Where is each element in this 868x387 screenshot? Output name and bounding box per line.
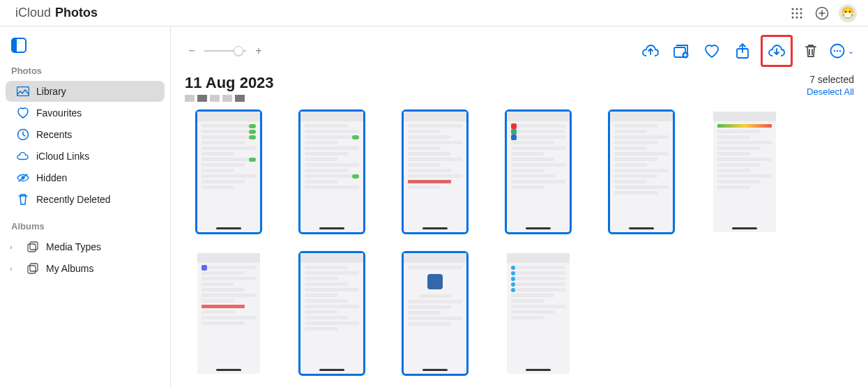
app-title: iCloud Photos — [11, 6, 98, 20]
clock-icon — [17, 128, 29, 141]
toggle-sidebar-icon[interactable] — [11, 38, 26, 53]
sidebar: Photos Library Favourites Recents iCloud… — [0, 26, 171, 387]
avatar-emoji: 😷 — [841, 6, 855, 20]
breadcrumb[interactable] — [185, 95, 274, 102]
upload-cloud-icon[interactable] — [638, 38, 663, 63]
sidebar-item-library[interactable]: Library — [6, 81, 165, 102]
photo-thumbnail[interactable] — [197, 253, 260, 374]
photo-thumbnail[interactable] — [507, 112, 570, 232]
cloud-link-icon — [17, 150, 29, 162]
svg-point-1 — [796, 8, 798, 10]
selected-count: 7 selected — [807, 74, 854, 85]
sidebar-item-icloud-links[interactable]: iCloud Links — [6, 146, 165, 167]
photo-thumbnail[interactable] — [507, 253, 570, 374]
sidebar-item-recents[interactable]: Recents — [6, 124, 165, 145]
svg-point-3 — [792, 12, 794, 14]
svg-rect-14 — [30, 242, 38, 250]
svg-rect-10 — [17, 87, 29, 96]
toolbar: − + ⌄ — [171, 26, 868, 71]
svg-point-0 — [792, 8, 794, 10]
svg-point-4 — [796, 12, 798, 14]
section-header-albums: Albums — [0, 218, 170, 236]
heart-icon — [17, 107, 29, 119]
svg-point-6 — [792, 16, 794, 18]
svg-point-5 — [800, 12, 802, 14]
photo-thumbnail[interactable] — [610, 112, 673, 232]
stack-icon — [26, 241, 39, 253]
sidebar-item-label: iCloud Links — [36, 151, 89, 162]
sidebar-item-label: Favourites — [36, 107, 82, 119]
add-circle-icon[interactable] — [812, 3, 832, 23]
photo-thumbnail[interactable] — [300, 253, 363, 374]
sidebar-item-label: Library — [36, 86, 66, 97]
download-highlight — [761, 35, 793, 67]
sidebar-item-media-types[interactable]: › Media Types — [6, 236, 165, 257]
download-cloud-icon[interactable] — [764, 38, 789, 63]
breadcrumb-level[interactable] — [185, 95, 195, 102]
deselect-all-button[interactable]: Deselect All — [807, 86, 854, 97]
breadcrumb-level[interactable] — [222, 95, 232, 102]
photo-thumbnail[interactable] — [197, 112, 260, 232]
svg-rect-16 — [30, 264, 38, 271]
svg-point-2 — [800, 8, 802, 10]
svg-point-7 — [796, 16, 798, 18]
share-icon[interactable] — [730, 38, 755, 63]
sidebar-item-recently-deleted[interactable]: Recently Deleted — [6, 189, 165, 210]
content-area: − + ⌄ 11 Aug 2023 — [171, 26, 868, 387]
breadcrumb-level[interactable] — [210, 95, 220, 102]
sidebar-item-label: My Albums — [46, 263, 93, 274]
sidebar-item-label: Media Types — [46, 241, 101, 252]
photo-grid — [171, 106, 868, 387]
chevron-down-icon: ⌄ — [848, 47, 854, 56]
sidebar-item-my-albums[interactable]: › My Albums — [6, 258, 165, 279]
photo-thumbnail[interactable] — [713, 112, 776, 232]
sidebar-item-label: Recently Deleted — [36, 194, 111, 205]
svg-point-8 — [800, 16, 802, 18]
photo-thumbnail[interactable] — [300, 112, 363, 232]
svg-rect-13 — [28, 244, 36, 252]
svg-point-22 — [836, 50, 837, 52]
avatar-icon[interactable]: 😷 — [839, 4, 857, 22]
top-bar: iCloud Photos 😷 — [0, 0, 868, 26]
product-name: Photos — [55, 6, 98, 20]
sidebar-item-hidden[interactable]: Hidden — [6, 167, 165, 188]
section-header-photos: Photos — [0, 63, 170, 80]
svg-point-21 — [833, 50, 835, 52]
eye-slash-icon — [17, 172, 29, 184]
stack-icon — [26, 262, 39, 275]
ellipsis-circle-icon[interactable]: ⌄ — [829, 38, 854, 63]
svg-point-23 — [839, 50, 840, 52]
sidebar-item-label: Hidden — [36, 172, 67, 183]
trash-action-icon[interactable] — [798, 38, 823, 63]
add-to-album-icon[interactable] — [669, 38, 694, 63]
photo-thumbnail[interactable] — [404, 112, 466, 232]
subheader: 11 Aug 2023 7 selected Deselect All — [171, 71, 868, 106]
sidebar-item-favourites[interactable]: Favourites — [6, 103, 165, 123]
photo-thumbnail[interactable] — [404, 253, 466, 374]
zoom-in-button[interactable]: + — [252, 44, 266, 58]
sidebar-item-label: Recents — [36, 129, 72, 140]
zoom-slider[interactable] — [204, 50, 246, 52]
photos-icon — [17, 85, 29, 98]
breadcrumb-level[interactable] — [235, 95, 245, 102]
svg-rect-15 — [28, 266, 36, 273]
breadcrumb-level[interactable] — [197, 95, 207, 102]
heart-outline-icon[interactable] — [699, 38, 724, 63]
brand-name: iCloud — [15, 6, 51, 20]
chevron-right-icon: › — [10, 264, 20, 273]
trash-icon — [17, 193, 29, 206]
zoom-handle[interactable] — [234, 46, 243, 56]
chevron-right-icon: › — [10, 243, 20, 251]
apps-grid-icon[interactable] — [787, 3, 807, 23]
date-heading: 11 Aug 2023 — [185, 74, 274, 92]
zoom-out-button[interactable]: − — [185, 44, 199, 58]
zoom-control: − + — [185, 44, 266, 58]
